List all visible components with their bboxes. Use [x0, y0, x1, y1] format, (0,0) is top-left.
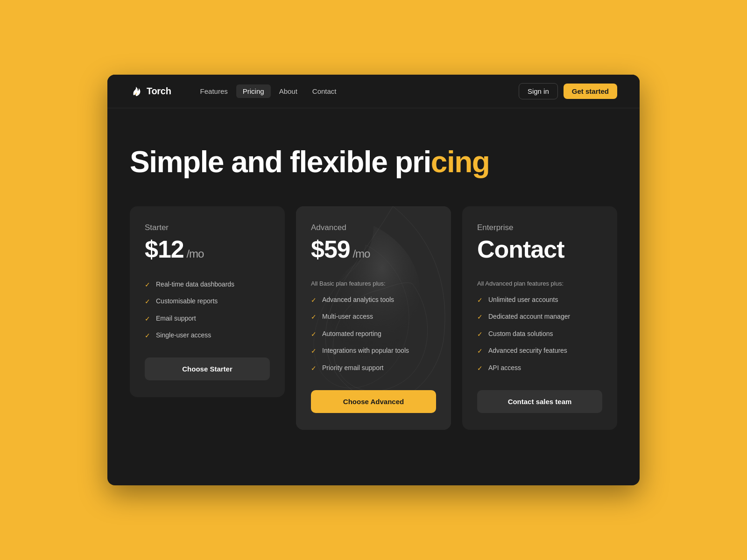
check-icon: ✓ [145, 280, 150, 290]
starter-per-mo: /mo [184, 247, 204, 260]
enterprise-feature-list: ✓ Unlimited user accounts ✓ Dedicated ac… [477, 295, 602, 373]
list-item: ✓ Single-user access [145, 331, 270, 341]
signin-button[interactable]: Sign in [519, 83, 558, 99]
nav-links: Features Pricing About Contact [194, 84, 519, 98]
list-item: ✓ Automated reporting [311, 329, 436, 339]
feature-text: Customisable reports [156, 297, 218, 306]
list-item: ✓ Custom data solutions [477, 329, 602, 339]
check-icon: ✓ [477, 347, 483, 356]
navbar: Torch Features Pricing About Contact Sig… [107, 75, 640, 108]
list-item: ✓ Customisable reports [145, 297, 270, 307]
check-icon: ✓ [145, 315, 150, 324]
hero-title-highlight: cing [431, 145, 490, 179]
logo-area: Torch [130, 85, 171, 98]
feature-text: Unlimited user accounts [488, 295, 558, 305]
feature-text: Single-user access [156, 331, 211, 340]
contact-sales-button[interactable]: Contact sales team [477, 390, 602, 413]
check-icon: ✓ [477, 296, 483, 305]
feature-text: Dedicated account manager [488, 312, 570, 322]
list-item: ✓ Email support [145, 314, 270, 324]
feature-text: Integrations with popular tools [322, 346, 409, 356]
nav-pricing[interactable]: Pricing [236, 84, 271, 98]
list-item: ✓ Integrations with popular tools [311, 346, 436, 356]
list-item: ✓ Dedicated account manager [477, 312, 602, 322]
pricing-card-advanced: Advanced $59 /mo All Basic plan features… [296, 206, 451, 429]
enterprise-features-section: All Advanced plan features plus: ✓ Unlim… [477, 280, 602, 373]
nav-actions: Sign in Get started [519, 83, 617, 99]
feature-text: Multi-user access [322, 312, 373, 322]
feature-text: Real-time data dashboards [156, 280, 234, 289]
advanced-feature-list: ✓ Advanced analytics tools ✓ Multi-user … [311, 295, 436, 373]
advanced-plan-name: Advanced [311, 223, 436, 232]
choose-starter-button[interactable]: Choose Starter [145, 357, 270, 380]
check-icon: ✓ [477, 364, 483, 373]
advanced-features-header: All Basic plan features plus: [311, 280, 436, 287]
list-item: ✓ API access [477, 364, 602, 373]
choose-advanced-button[interactable]: Choose Advanced [311, 390, 436, 413]
hero-title: Simple and flexible pricing [130, 146, 617, 178]
check-icon: ✓ [145, 331, 150, 341]
check-icon: ✓ [311, 330, 317, 339]
check-icon: ✓ [311, 347, 317, 356]
list-item: ✓ Unlimited user accounts [477, 295, 602, 305]
feature-text: Automated reporting [322, 329, 381, 339]
starter-plan-name: Starter [145, 223, 270, 232]
main-content: Simple and flexible pricing Starter $12 … [107, 108, 640, 467]
list-item: ✓ Multi-user access [311, 312, 436, 322]
feature-text: Custom data solutions [488, 329, 553, 339]
feature-text: API access [488, 364, 521, 373]
check-icon: ✓ [311, 313, 317, 322]
enterprise-price: Contact [477, 236, 602, 263]
starter-price: $12 /mo [145, 236, 270, 263]
starter-features-section: ✓ Real-time data dashboards ✓ Customisab… [145, 280, 270, 341]
check-icon: ✓ [145, 297, 150, 307]
enterprise-plan-name: Enterprise [477, 223, 602, 232]
app-window: Torch Features Pricing About Contact Sig… [107, 75, 640, 485]
advanced-per-mo: /mo [350, 247, 370, 260]
pricing-card-starter: Starter $12 /mo ✓ Real-time data dashboa… [130, 206, 285, 397]
feature-text: Advanced security features [488, 346, 567, 356]
starter-feature-list: ✓ Real-time data dashboards ✓ Customisab… [145, 280, 270, 341]
check-icon: ✓ [477, 313, 483, 322]
advanced-price: $59 /mo [311, 236, 436, 263]
list-item: ✓ Advanced security features [477, 346, 602, 356]
nav-features[interactable]: Features [194, 84, 234, 98]
pricing-card-enterprise: Enterprise Contact All Advanced plan fea… [462, 206, 617, 429]
check-icon: ✓ [311, 296, 317, 305]
feature-text: Priority email support [322, 364, 384, 373]
list-item: ✓ Priority email support [311, 364, 436, 373]
list-item: ✓ Real-time data dashboards [145, 280, 270, 290]
check-icon: ✓ [477, 330, 483, 339]
advanced-features-section: All Basic plan features plus: ✓ Advanced… [311, 280, 436, 373]
enterprise-features-header: All Advanced plan features plus: [477, 280, 602, 287]
feature-text: Email support [156, 314, 196, 323]
nav-contact[interactable]: Contact [306, 84, 343, 98]
nav-about[interactable]: About [273, 84, 304, 98]
advanced-card-content: Advanced $59 /mo All Basic plan features… [311, 223, 436, 413]
logo-text: Torch [147, 86, 171, 97]
feature-text: Advanced analytics tools [322, 295, 394, 305]
check-icon: ✓ [311, 364, 317, 373]
getstarted-button[interactable]: Get started [564, 84, 617, 99]
torch-logo-icon [130, 85, 143, 98]
pricing-grid: Starter $12 /mo ✓ Real-time data dashboa… [130, 206, 617, 429]
list-item: ✓ Advanced analytics tools [311, 295, 436, 305]
